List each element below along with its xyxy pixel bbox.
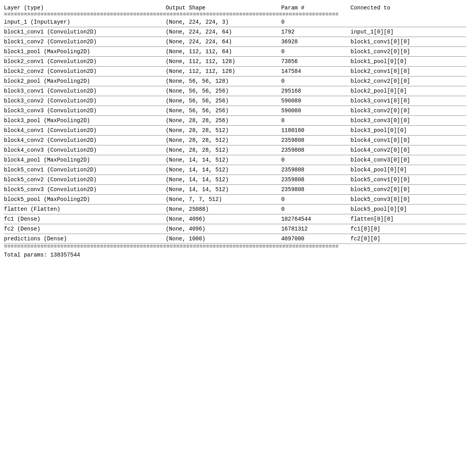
- table-row: block1_conv2 (Convolution2D)(None, 224, …: [4, 37, 466, 47]
- cell-params: 2359808: [281, 175, 351, 185]
- table-row: block3_conv3 (Convolution2D)(None, 56, 5…: [4, 106, 466, 116]
- cell-params: 2359808: [281, 185, 351, 195]
- cell-connected: block4_conv1[0][0]: [351, 136, 466, 145]
- cell-layer: block5_conv2 (Convolution2D): [4, 175, 166, 185]
- cell-shape: (None, 28, 28, 512): [166, 126, 281, 136]
- cell-connected: [351, 17, 466, 27]
- cell-layer: block3_conv2 (Convolution2D): [4, 96, 166, 106]
- cell-shape: (None, 56, 56, 128): [166, 76, 281, 86]
- cell-connected: fc2[0][0]: [351, 234, 466, 244]
- cell-params: 0: [281, 47, 351, 57]
- cell-layer: block3_conv3 (Convolution2D): [4, 106, 166, 116]
- cell-layer: block5_pool (MaxPooling2D): [4, 195, 166, 205]
- header-connected: Connected to: [351, 4, 466, 12]
- cell-connected: block1_conv1[0][0]: [351, 37, 466, 47]
- top-separator: ========================================…: [4, 12, 466, 17]
- cell-layer: block1_pool (MaxPooling2D): [4, 47, 166, 57]
- cell-shape: (None, 56, 56, 256): [166, 86, 281, 96]
- cell-layer: fc2 (Dense): [4, 224, 166, 234]
- table-row: block2_pool (MaxPooling2D)(None, 56, 56,…: [4, 76, 466, 86]
- cell-params: 4097000: [281, 234, 351, 244]
- table-header-row: Layer (type) Output Shape Param # Connec…: [4, 4, 466, 12]
- cell-params: 2359808: [281, 136, 351, 145]
- cell-layer: block4_conv3 (Convolution2D): [4, 145, 166, 155]
- cell-layer: block4_conv2 (Convolution2D): [4, 136, 166, 145]
- cell-connected: block1_conv2[0][0]: [351, 47, 466, 57]
- cell-params: 0: [281, 195, 351, 205]
- cell-params: 1180160: [281, 126, 351, 136]
- cell-params: 590080: [281, 96, 351, 106]
- cell-layer: block4_pool (MaxPooling2D): [4, 155, 166, 165]
- cell-params: 0: [281, 76, 351, 86]
- table-row: block4_conv2 (Convolution2D)(None, 28, 2…: [4, 136, 466, 145]
- cell-connected: block3_conv1[0][0]: [351, 96, 466, 106]
- cell-params: 102764544: [281, 214, 351, 224]
- cell-shape: (None, 112, 112, 128): [166, 67, 281, 76]
- cell-shape: (None, 4096): [166, 214, 281, 224]
- cell-params: 0: [281, 155, 351, 165]
- table-row: block2_conv2 (Convolution2D)(None, 112, …: [4, 67, 466, 76]
- cell-layer: block2_pool (MaxPooling2D): [4, 76, 166, 86]
- cell-connected: block1_pool[0][0]: [351, 57, 466, 67]
- cell-layer: predictions (Dense): [4, 234, 166, 244]
- total-params: Total params: 138357544: [4, 249, 466, 259]
- model-summary-container: Layer (type) Output Shape Param # Connec…: [4, 4, 466, 259]
- bottom-separator: ========================================…: [4, 244, 466, 250]
- cell-params: 0: [281, 116, 351, 126]
- table-row: block1_pool (MaxPooling2D)(None, 112, 11…: [4, 47, 466, 57]
- cell-shape: (None, 14, 14, 512): [166, 185, 281, 195]
- table-row: block5_conv3 (Convolution2D)(None, 14, 1…: [4, 185, 466, 195]
- table-row: input_1 (InputLayer)(None, 224, 224, 3)0: [4, 17, 466, 27]
- table-row: fc1 (Dense)(None, 4096)102764544flatten[…: [4, 214, 466, 224]
- cell-params: 2359808: [281, 145, 351, 155]
- table-row: block5_conv1 (Convolution2D)(None, 14, 1…: [4, 165, 466, 175]
- table-row: block2_conv1 (Convolution2D)(None, 112, …: [4, 57, 466, 67]
- cell-layer: block5_conv1 (Convolution2D): [4, 165, 166, 175]
- cell-shape: (None, 25088): [166, 205, 281, 214]
- cell-params: 2359808: [281, 165, 351, 175]
- cell-shape: (None, 28, 28, 512): [166, 136, 281, 145]
- cell-shape: (None, 56, 56, 256): [166, 96, 281, 106]
- cell-connected: flatten[0][0]: [351, 214, 466, 224]
- cell-layer: block1_conv1 (Convolution2D): [4, 27, 166, 37]
- table-row: fc2 (Dense)(None, 4096)16781312fc1[0][0]: [4, 224, 466, 234]
- cell-params: 0: [281, 17, 351, 27]
- cell-params: 0: [281, 205, 351, 214]
- cell-connected: block5_pool[0][0]: [351, 205, 466, 214]
- table-row: flatten (Flatten)(None, 25088)0block5_po…: [4, 205, 466, 214]
- cell-layer: block1_conv2 (Convolution2D): [4, 37, 166, 47]
- header-layer: Layer (type): [4, 4, 166, 12]
- table-row: block4_conv1 (Convolution2D)(None, 28, 2…: [4, 126, 466, 136]
- table-row: block4_conv3 (Convolution2D)(None, 28, 2…: [4, 145, 466, 155]
- cell-shape: (None, 28, 28, 256): [166, 116, 281, 126]
- cell-connected: block5_conv2[0][0]: [351, 185, 466, 195]
- cell-params: 36928: [281, 37, 351, 47]
- cell-shape: (None, 224, 224, 64): [166, 27, 281, 37]
- cell-params: 147584: [281, 67, 351, 76]
- cell-connected: block5_conv3[0][0]: [351, 195, 466, 205]
- table-row: block4_pool (MaxPooling2D)(None, 14, 14,…: [4, 155, 466, 165]
- cell-shape: (None, 14, 14, 512): [166, 175, 281, 185]
- cell-shape: (None, 112, 112, 64): [166, 47, 281, 57]
- cell-layer: block2_conv2 (Convolution2D): [4, 67, 166, 76]
- cell-layer: block4_conv1 (Convolution2D): [4, 126, 166, 136]
- cell-layer: input_1 (InputLayer): [4, 17, 166, 27]
- cell-connected: block3_conv3[0][0]: [351, 116, 466, 126]
- header-param: Param #: [281, 4, 351, 12]
- cell-shape: (None, 4096): [166, 224, 281, 234]
- cell-connected: block4_conv2[0][0]: [351, 145, 466, 155]
- cell-layer: flatten (Flatten): [4, 205, 166, 214]
- cell-shape: (None, 224, 224, 3): [166, 17, 281, 27]
- cell-layer: fc1 (Dense): [4, 214, 166, 224]
- cell-shape: (None, 28, 28, 512): [166, 145, 281, 155]
- cell-shape: (None, 224, 224, 64): [166, 37, 281, 47]
- cell-connected: block3_pool[0][0]: [351, 126, 466, 136]
- cell-shape: (None, 1000): [166, 234, 281, 244]
- cell-shape: (None, 14, 14, 512): [166, 165, 281, 175]
- header-shape: Output Shape: [166, 4, 281, 12]
- cell-connected: block2_conv1[0][0]: [351, 67, 466, 76]
- cell-connected: block4_pool[0][0]: [351, 165, 466, 175]
- table-row: block1_conv1 (Convolution2D)(None, 224, …: [4, 27, 466, 37]
- total-params-row: Total params: 138357544: [4, 249, 466, 259]
- cell-connected: block2_conv2[0][0]: [351, 76, 466, 86]
